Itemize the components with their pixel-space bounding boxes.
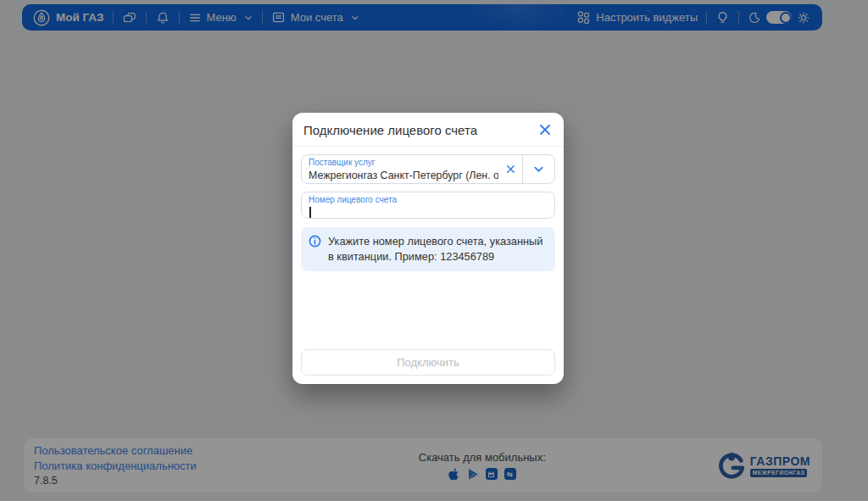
account-connect-modal: Подключение лицевого счета Поставщик усл… [292, 113, 564, 384]
account-number-input[interactable]: Номер лицевого счета [301, 192, 555, 219]
account-number-label: Номер лицевого счета [309, 195, 548, 206]
clear-icon [505, 164, 516, 175]
info-icon [309, 235, 321, 248]
hint-box: Укажите номер лицевого счета, указанный … [301, 227, 555, 271]
modal-title: Подключение лицевого счета [303, 123, 477, 137]
modal-header: Подключение лицевого счета [292, 113, 564, 147]
provider-clear-button[interactable] [498, 155, 522, 183]
close-icon [538, 123, 552, 136]
close-modal-button[interactable] [537, 121, 554, 138]
text-cursor [309, 207, 311, 218]
provider-value: Межрегионгаз Санкт-Петербург (Лен. облас… [309, 170, 498, 181]
provider-select-field: Поставщик услуг Межрегионгаз Санкт-Петер… [301, 154, 555, 184]
modal-body: Поставщик услуг Межрегионгаз Санкт-Петер… [292, 147, 564, 384]
connect-button[interactable]: Подключить [301, 349, 555, 376]
hint-text: Укажите номер лицевого счета, указанный … [328, 234, 548, 264]
provider-select[interactable]: Поставщик услуг Межрегионгаз Санкт-Петер… [302, 155, 498, 183]
chevron-down-icon [532, 163, 545, 175]
provider-label: Поставщик услуг [309, 158, 498, 169]
provider-dropdown-button[interactable] [522, 155, 554, 183]
